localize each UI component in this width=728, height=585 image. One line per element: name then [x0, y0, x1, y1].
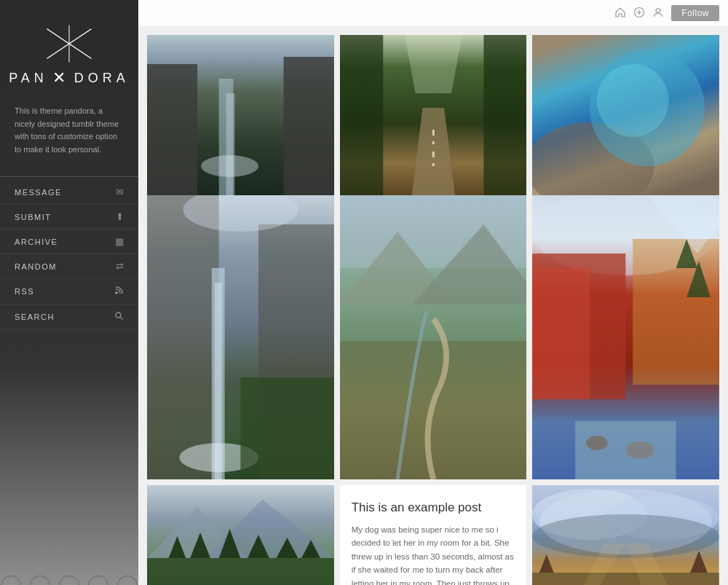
- top-bar: Follow: [138, 0, 728, 26]
- social-icon-facebook[interactable]: f: [1, 576, 21, 585]
- svg-point-48: [626, 441, 654, 459]
- logo-pan: PAN: [9, 71, 48, 86]
- photo-grid-row1: [138, 26, 728, 195]
- main-content: Follow: [138, 0, 728, 585]
- svg-rect-54: [147, 558, 334, 585]
- svg-rect-66: [532, 573, 719, 585]
- photo-4-cliff-waterfall: [147, 195, 334, 479]
- svg-point-26: [597, 64, 669, 137]
- nav-item-rss[interactable]: RSS: [0, 279, 138, 305]
- archive-icon: ▦: [115, 236, 124, 247]
- nav-item-submit[interactable]: SUBMIT ⬆: [0, 205, 138, 229]
- nav-item-search[interactable]: SEARCH: [0, 305, 138, 330]
- svg-point-3: [115, 291, 118, 294]
- nav-label-random: RANDOM: [15, 262, 57, 271]
- nav-label-archive: ARCHIVE: [15, 237, 58, 246]
- svg-rect-14: [226, 93, 235, 195]
- nav-divider: [0, 176, 138, 177]
- text-post-card: This is an example post My dog was being…: [340, 485, 527, 585]
- photo-1-canyon: [147, 35, 334, 195]
- nav-menu: MESSAGE ✉ SUBMIT ⬆ ARCHIVE ▦ RANDOM ⇄ RS…: [0, 180, 138, 330]
- photo-grid-row3: This is an example post My dog was being…: [138, 485, 728, 585]
- search-icon: [114, 311, 124, 323]
- svg-rect-44: [633, 239, 719, 385]
- photo-8-sunset-clouds: [532, 485, 719, 585]
- home-icon[interactable]: [614, 7, 626, 20]
- photo-7-forest-mountain: [147, 485, 334, 585]
- social-icon-instagram[interactable]: i: [117, 576, 138, 585]
- svg-point-9: [656, 8, 660, 12]
- social-icon-google[interactable]: g: [59, 576, 79, 585]
- svg-rect-33: [240, 377, 333, 479]
- svg-point-65: [532, 514, 719, 558]
- svg-point-47: [586, 436, 608, 450]
- social-icon-pinterest[interactable]: p: [88, 576, 108, 585]
- social-icons: f t g p i: [1, 564, 138, 585]
- site-description: This is theme pandora, a nicely designed…: [0, 105, 138, 156]
- rss-icon: [114, 286, 124, 297]
- nav-label-message: MESSAGE: [15, 188, 62, 197]
- nav-item-random[interactable]: RANDOM ⇄: [0, 254, 138, 279]
- user-icon[interactable]: [652, 7, 664, 20]
- social-icon-twitter[interactable]: t: [30, 576, 50, 585]
- photo-2-road: [340, 35, 527, 195]
- message-icon: ✉: [116, 187, 124, 197]
- add-icon[interactable]: [633, 7, 645, 20]
- svg-rect-18: [483, 35, 526, 195]
- photo-3-glacier: [532, 35, 719, 195]
- nav-label-submit: SUBMIT: [15, 213, 52, 221]
- svg-rect-43: [532, 268, 590, 399]
- submit-icon: ⬆: [116, 211, 124, 222]
- photo-6-autumn-river: [532, 195, 719, 479]
- follow-button[interactable]: Follow: [671, 5, 719, 21]
- svg-rect-12: [284, 57, 334, 195]
- sidebar: PAN ✕ DORA This is theme pandora, a nice…: [0, 0, 138, 585]
- nav-label-search: SEARCH: [15, 313, 55, 321]
- svg-rect-28: [147, 195, 219, 479]
- random-icon: ⇄: [116, 261, 124, 272]
- photo-grid-row2: [138, 195, 728, 479]
- photo-5-valley-road: [340, 195, 527, 479]
- nav-item-message[interactable]: MESSAGE ✉: [0, 180, 138, 205]
- svg-point-4: [116, 313, 121, 318]
- svg-rect-11: [147, 64, 197, 195]
- logo-text: PAN ✕ DORA: [9, 68, 130, 87]
- logo-dora: DORA: [74, 71, 130, 86]
- svg-point-15: [201, 155, 258, 177]
- post-body: My dog was being super nice to me so i d…: [352, 523, 515, 585]
- nav-item-archive[interactable]: ARCHIVE ▦: [0, 229, 138, 254]
- svg-line-5: [120, 317, 123, 320]
- svg-rect-17: [340, 35, 383, 195]
- nav-label-rss: RSS: [15, 287, 34, 296]
- logo-area: PAN ✕ DORA: [9, 22, 130, 87]
- post-title: This is an example post: [352, 500, 515, 516]
- logo-icon: [40, 22, 98, 66]
